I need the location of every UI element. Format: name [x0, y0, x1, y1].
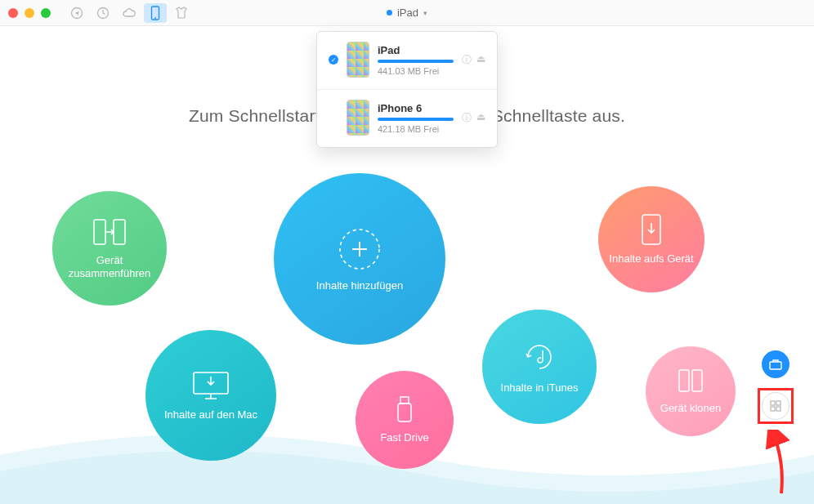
bubble-label: Gerät zusammenführen: [52, 254, 167, 281]
chevron-down-icon: ▾: [423, 9, 427, 17]
device-thumbnail-icon: [347, 100, 369, 136]
device-actions: ⓘ ⏏: [462, 53, 485, 67]
device-selector[interactable]: iPad ▾: [387, 7, 427, 19]
to-itunes-button[interactable]: Inhalte in iTunes: [482, 310, 597, 424]
device-thumbnail-icon: [347, 42, 369, 78]
toolbox-icon: [769, 359, 782, 370]
svg-rect-5: [94, 220, 105, 244]
shortcut-canvas: Gerät zusammenführen Inhalte hinzufügen …: [0, 126, 814, 504]
svg-rect-11: [398, 404, 411, 421]
svg-rect-14: [770, 362, 781, 369]
to-device-icon: [639, 213, 664, 246]
fast-drive-button[interactable]: Fast Drive: [356, 371, 454, 469]
check-icon: ✓: [329, 55, 338, 65]
device-name: iPad: [378, 44, 454, 56]
svg-point-4: [154, 17, 156, 19]
toolbar: [65, 3, 193, 23]
svg-rect-6: [114, 220, 125, 244]
close-icon[interactable]: [8, 8, 18, 18]
device-name: iPhone 6: [378, 102, 454, 114]
shirt-icon[interactable]: [170, 3, 193, 23]
maximize-icon[interactable]: [41, 8, 51, 18]
bubble-label: Inhalte auf den Mac: [159, 408, 262, 421]
to-device-button[interactable]: Inhalte aufs Gerät: [598, 186, 704, 292]
merge-device-button[interactable]: Gerät zusammenführen: [52, 191, 167, 306]
clone-icon: [676, 368, 705, 395]
bubble-label: Inhalte in iTunes: [496, 381, 584, 395]
eject-icon[interactable]: ⏏: [476, 111, 485, 125]
status-dot-icon: [387, 10, 392, 16]
to-mac-button[interactable]: Inhalte auf den Mac: [145, 330, 276, 461]
annotation-highlight: [758, 388, 794, 424]
minimize-icon[interactable]: [25, 8, 34, 18]
clone-device-button[interactable]: Gerät klonen: [646, 346, 736, 436]
device-icon[interactable]: [144, 3, 167, 23]
merge-icon: [92, 216, 127, 248]
monitor-download-icon: [190, 369, 231, 402]
cloud-icon[interactable]: [118, 3, 141, 23]
selected-device-label: iPad: [397, 7, 418, 19]
info-icon[interactable]: ⓘ: [462, 53, 472, 67]
plus-circle-icon: [336, 225, 383, 273]
bubble-label: Gerät klonen: [655, 402, 726, 415]
toolbox-button[interactable]: [762, 350, 789, 378]
device-free-space: 441.03 MB Frei: [378, 66, 454, 76]
svg-rect-12: [679, 370, 689, 391]
bubble-label: Fast Drive: [375, 431, 433, 444]
device-item-ipad[interactable]: ✓ iPad 441.03 MB Frei ⓘ ⏏: [317, 32, 497, 89]
device-dropdown: ✓ iPad 441.03 MB Frei ⓘ ⏏ iPhone 6 421.1…: [316, 31, 498, 148]
bubble-label: Inhalte aufs Gerät: [604, 252, 698, 265]
check-icon: [329, 113, 338, 123]
storage-bar: [378, 60, 454, 63]
titlebar: iPad ▾: [0, 0, 814, 26]
clock-icon[interactable]: [92, 3, 114, 23]
device-free-space: 421.18 MB Frei: [378, 124, 454, 134]
add-content-button[interactable]: Inhalte hinzufügen: [274, 173, 445, 345]
window-controls: [8, 8, 51, 18]
svg-rect-10: [400, 397, 409, 404]
annotation-arrow-icon: [757, 430, 789, 495]
svg-rect-13: [692, 370, 702, 391]
usb-drive-icon: [395, 395, 414, 425]
device-item-iphone[interactable]: iPhone 6 421.18 MB Frei ⓘ ⏏: [317, 89, 497, 147]
eject-icon[interactable]: ⏏: [476, 53, 485, 67]
device-actions: ⓘ ⏏: [462, 111, 485, 125]
itunes-arrow-icon: [521, 339, 557, 375]
bubble-label: Inhalte hinzufügen: [311, 279, 408, 292]
storage-bar: [378, 118, 454, 121]
itunes-icon[interactable]: [65, 3, 88, 23]
info-icon[interactable]: ⓘ: [462, 111, 472, 125]
